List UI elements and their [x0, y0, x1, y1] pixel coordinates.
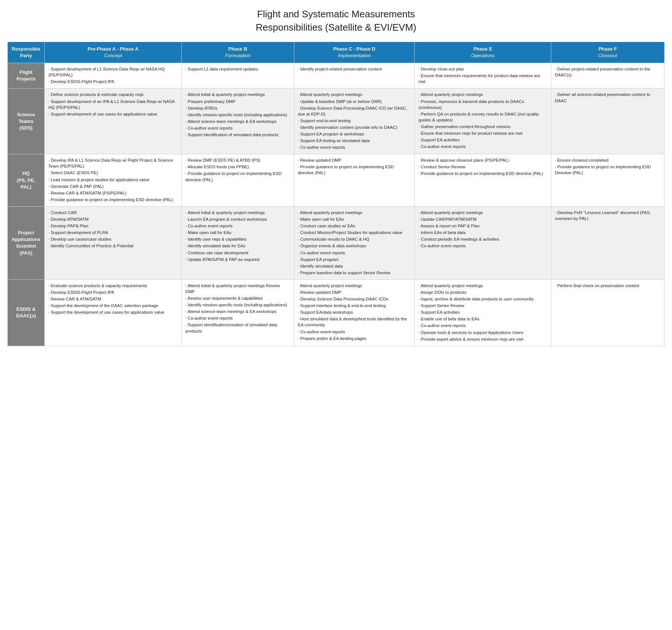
- content-cell: Conduct CARDevelop ATM/SATMDevelop PAP& …: [45, 206, 182, 279]
- header-col1: Pre-Phase A - Phase A Concept: [45, 42, 182, 63]
- content-cell: Define science products & estimate capac…: [45, 89, 182, 154]
- content-cell: Evaluate science products & capacity req…: [45, 279, 182, 346]
- content-cell: Attend quarterly project meetingsAssign …: [415, 279, 551, 346]
- content-cell: Attend quarterly project meetingsMake op…: [294, 206, 415, 279]
- content-cell: Review DMP (ESDS PE) & ATBD (PS)Allocate…: [182, 154, 294, 207]
- content-cell: Attend initial & quarterly project meeti…: [182, 279, 294, 346]
- content-cell: Attend quarterly project meetingsProcess…: [415, 89, 551, 154]
- table-row: Project Applications Scientist (PAS)Cond…: [8, 206, 665, 279]
- party-cell: Science Teams (SDS): [8, 89, 45, 154]
- content-cell: Perform final check on preservation cont…: [551, 279, 664, 346]
- party-cell: Flight Projects: [8, 63, 45, 89]
- page-title: Flight and Systematic Measurements Respo…: [7, 7, 665, 34]
- party-cell: ESDIS & DAAC(s): [8, 279, 45, 346]
- party-cell: Project Applications Scientist (PAS): [8, 206, 45, 279]
- content-cell: Attend quarterly project meetingsUpdate …: [294, 89, 415, 154]
- content-cell: Review updated DMPProvide guidance to pr…: [294, 154, 415, 207]
- header-col4: Phase E Operations: [415, 42, 551, 63]
- table-row: HQ (PS, PE, PAL)Develop IPA & L1 Science…: [8, 154, 665, 207]
- content-cell: Develop PoR "Lessons Learned" document (…: [551, 206, 664, 279]
- header-responsible-party: Responsible Party: [8, 42, 45, 63]
- table-row: ESDIS & DAAC(s)Evaluate science products…: [8, 279, 665, 346]
- content-cell: Review & approve closeout plans (PS/PE/P…: [415, 154, 551, 207]
- table-header-row: Responsible Party Pre-Phase A - Phase A …: [8, 42, 665, 63]
- content-cell: Attend initial & quarterly project meeti…: [182, 89, 294, 154]
- content-cell: Identify project-related preservation co…: [294, 63, 415, 89]
- content-cell: Ensure closeout completedProvide guidanc…: [551, 154, 664, 207]
- content-cell: Deliver project-related preservation con…: [551, 63, 664, 89]
- responsibilities-table: Responsible Party Pre-Phase A - Phase A …: [7, 42, 665, 346]
- content-cell: Support L1 data requirement updates: [182, 63, 294, 89]
- content-cell: Attend quarterly project meetingsReview …: [294, 279, 415, 346]
- table-row: Science Teams (SDS)Define science produc…: [8, 89, 665, 154]
- content-cell: Support development of L1 Science Data R…: [45, 63, 182, 89]
- header-col2: Phase B Formulation: [182, 42, 294, 63]
- content-cell: Attend quarterly project meetingsUpdate …: [415, 206, 551, 279]
- content-cell: Deliver all science-related preservation…: [551, 89, 664, 154]
- header-col3: Phase C - Phase D Implementation: [294, 42, 415, 63]
- content-cell: Develop close-out planEnsure that minimu…: [415, 63, 551, 89]
- table-row: Flight ProjectsSupport development of L1…: [8, 63, 665, 89]
- party-cell: HQ (PS, PE, PAL): [8, 154, 45, 207]
- header-col5: Phase F Closeout: [551, 42, 664, 63]
- content-cell: Attend initial & quarterly project meeti…: [182, 206, 294, 279]
- content-cell: Develop IPA & L1 Science Data Reqs w/ Fl…: [45, 154, 182, 207]
